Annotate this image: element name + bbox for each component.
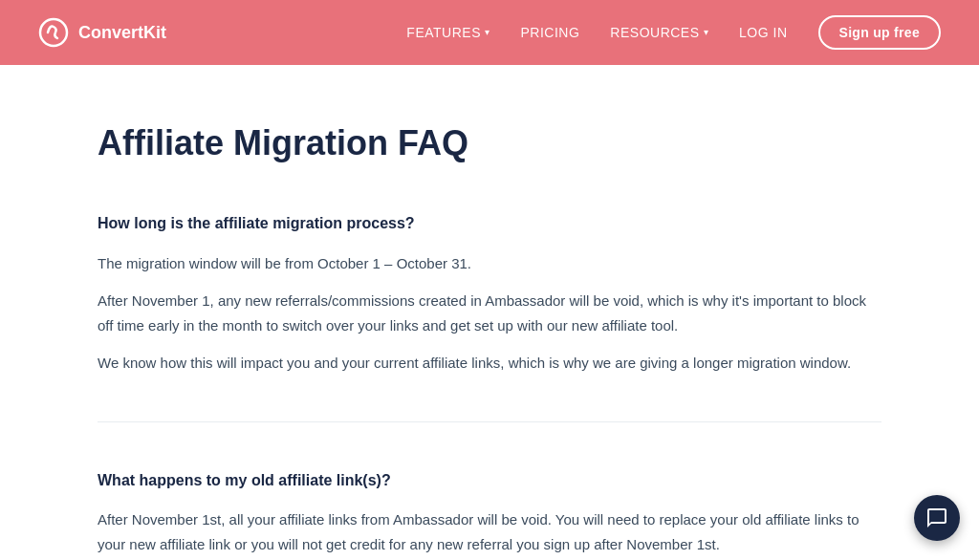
nav-resources[interactable]: RESOURCES ▾ [610,22,708,43]
page-title: Affiliate Migration FAQ [98,122,881,163]
chat-bubble-button[interactable] [914,495,960,541]
chat-icon [925,506,948,529]
nav-links: FEATURES ▾ PRICING RESOURCES ▾ LOG IN Si… [406,15,941,50]
logo-link[interactable]: ConvertKit [38,17,166,48]
logo-icon [38,17,69,48]
faq-answer-1-1: The migration window will be from Octobe… [98,251,881,276]
faq-section-2: What happens to my old affiliate link(s)… [98,468,881,557]
logo-text: ConvertKit [78,19,166,47]
nav-features[interactable]: FEATURES ▾ [406,22,490,43]
faq-answer-1-3: We know how this will impact you and you… [98,351,881,376]
features-chevron-icon: ▾ [485,25,490,40]
section-divider [98,421,881,422]
signup-button[interactable]: Sign up free [818,15,942,50]
nav-login[interactable]: LOG IN [739,22,787,43]
faq-section-1: How long is the affiliate migration proc… [98,211,881,376]
faq-question-2: What happens to my old affiliate link(s)… [98,468,881,493]
svg-point-0 [40,19,67,46]
faq-question-1: How long is the affiliate migration proc… [98,211,881,236]
main-content: Affiliate Migration FAQ How long is the … [59,65,920,560]
navbar: ConvertKit FEATURES ▾ PRICING RESOURCES … [0,0,979,65]
nav-pricing[interactable]: PRICING [521,22,580,43]
faq-answer-1-2: After November 1, any new referrals/comm… [98,289,881,337]
resources-chevron-icon: ▾ [704,25,709,40]
faq-answer-2-1: After November 1st, all your affiliate l… [98,507,881,556]
